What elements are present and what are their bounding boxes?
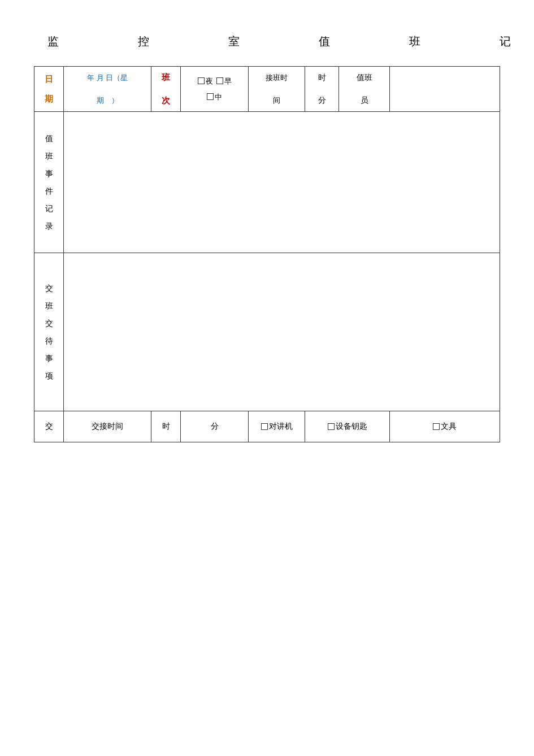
bottom-shi-text: 时 (162, 422, 170, 431)
banji-cell: 班 次 (151, 67, 181, 112)
page-title: 监 控 室 值 班 记 录 表 (34, 34, 500, 49)
checkbox-night (198, 77, 205, 84)
date-cell: 日 期 (34, 67, 64, 112)
bottom-jiao-cell: 交 (34, 411, 64, 442)
shift-type-cell: 夜 早 中 (181, 67, 249, 112)
main-table: 日 期 年 月 日（星 期 ） 班 次 (34, 66, 500, 442)
jieban-time-cell: 接班时 间 (249, 67, 305, 112)
banji-label: 班 (162, 72, 170, 83)
section1-label: 值 班 事 件 记 录 (37, 133, 61, 232)
checkbox-wenju-box (433, 423, 440, 430)
date-label-ri: 日 (45, 74, 53, 85)
checkbox-duijiangji-box (261, 423, 268, 430)
date-label-qi: 期 (45, 94, 53, 105)
section2-content (64, 253, 500, 411)
checkbox-shebei-box (328, 423, 335, 430)
section2-label-cell: 交 班 交 待 事 项 (34, 253, 64, 411)
yearmonthday-cell: 年 月 日（星 期 ） (64, 67, 151, 112)
bottom-fen-cell: 分 (181, 411, 249, 442)
shi-cell: 时 分 (305, 67, 339, 112)
section2-row: 交 班 交 待 事 项 (34, 253, 500, 411)
jieban-label: 接班时 (266, 73, 288, 83)
section1-label-cell: 值 班 事 件 记 录 (34, 112, 64, 253)
jieban-label2: 间 (273, 95, 280, 106)
checkbox-middle (207, 93, 214, 100)
yearmonthday-text: 年 月 日（星 (87, 73, 128, 83)
period-text: 期 ） (97, 95, 119, 106)
bottom-jiaojie-text: 交接时间 (92, 422, 123, 431)
zhiban-label: 值班 (357, 73, 372, 83)
zhiban-label2: 员 (361, 95, 368, 106)
bottom-row: 交 交接时间 时 分 对讲机 设备钥匙 (34, 411, 500, 442)
checkbox-early (216, 77, 223, 84)
section1-content (64, 112, 500, 253)
bottom-jiao-text: 交 (45, 422, 53, 431)
zhiban-cell: 值班 员 (339, 67, 390, 112)
bottom-shebei-cell: 设备钥匙 (305, 411, 390, 442)
bottom-fen-text: 分 (211, 422, 219, 431)
section2-label: 交 班 交 待 事 项 (37, 283, 61, 382)
bottom-jiaojie-cell: 交接时间 (64, 411, 151, 442)
header-row: 日 期 年 月 日（星 期 ） 班 次 (34, 67, 500, 112)
bottom-wenju-cell: 文具 (390, 411, 500, 442)
fen-label: 分 (318, 95, 326, 106)
section1-row: 值 班 事 件 记 录 (34, 112, 500, 253)
shift-middle: 中 (207, 92, 222, 102)
checkbox-duijiangji: 对讲机 (261, 422, 293, 431)
bottom-shi-cell: 时 (151, 411, 181, 442)
shift-night: 夜 早 (198, 76, 232, 86)
shi-label: 时 (318, 73, 326, 83)
bottom-duijiangji-cell: 对讲机 (249, 411, 305, 442)
empty-header-cell (390, 67, 500, 112)
checkbox-shebei: 设备钥匙 (328, 422, 367, 431)
checkbox-wenju: 文具 (433, 422, 457, 431)
banji-label2: 次 (162, 95, 170, 106)
